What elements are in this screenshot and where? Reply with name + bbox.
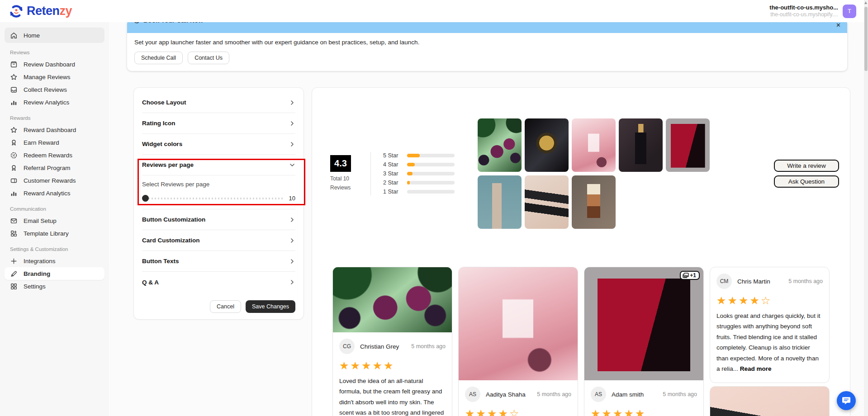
chevron-right-icon (289, 279, 295, 285)
schedule-call-button[interactable]: Schedule Call (134, 52, 183, 64)
sidebar-item-template-library[interactable]: Template Library (5, 227, 104, 240)
review-date: 5 months ago (663, 391, 697, 397)
chevron-right-icon (289, 120, 295, 127)
accordion-reviews-per-page[interactable]: Reviews per page (142, 155, 295, 175)
scrollbar-up-arrow[interactable] (864, 1, 867, 4)
accordion-card-customization[interactable]: Card Customization (142, 230, 295, 251)
contact-us-button[interactable]: Contact Us (188, 52, 229, 64)
sidebar-item-email-setup[interactable]: Email Setup (5, 214, 104, 227)
medal-icon (10, 139, 18, 147)
reviews-grid: CG Christian Grey 5 months ago ★★★★★ Lov… (323, 267, 839, 416)
write-review-button[interactable]: Write a review (774, 160, 839, 172)
product-thumbnail-watch[interactable] (525, 118, 569, 172)
sidebar-item-settings[interactable]: Settings (5, 280, 104, 293)
sidebar-item-manage-reviews[interactable]: Manage Reviews (5, 71, 104, 83)
bar-chart-icon (10, 189, 18, 197)
average-rating: 4.3 (330, 155, 351, 172)
cancel-button[interactable]: Cancel (210, 300, 241, 313)
product-thumbnail-water-bottle[interactable] (478, 175, 522, 229)
banner-title: ⓘ Book Your Call Now (133, 22, 204, 24)
save-changes-button[interactable]: Save Changes (246, 300, 295, 313)
product-thumbnail-rose-wine[interactable] (572, 118, 616, 172)
book-call-banner: ⓘ Book Your Call Now ✕ Set your app laun… (127, 22, 847, 71)
sidebar-item-reward-dashboard[interactable]: Reward Dashboard (5, 123, 104, 136)
home-icon (10, 32, 18, 39)
avatar: AS (465, 387, 480, 402)
plus-icon (10, 257, 18, 265)
read-more-link[interactable]: Read more (740, 365, 772, 372)
reviewer-name: Chris Martin (737, 278, 783, 285)
reviews-per-page-slider[interactable] (142, 195, 284, 202)
review-image-cosmetics[interactable] (333, 267, 452, 332)
sidebar-item-customer-rewards[interactable]: Customer Rewards (5, 174, 104, 187)
product-thumbnail-perfume[interactable] (619, 118, 663, 172)
reviews-per-page-panel: Select Reviews per page 10 (142, 175, 295, 209)
star-rating: ★★★★★ (339, 360, 446, 371)
slider-track[interactable] (142, 198, 284, 199)
star-rating: ★★★★☆ (465, 408, 571, 416)
product-thumbnail-cosmetics[interactable] (478, 118, 522, 172)
ask-question-button[interactable]: Ask Question (774, 175, 839, 188)
banner-description: Set your app launcher faster and smoothe… (134, 39, 840, 46)
chevron-right-icon (289, 237, 295, 244)
accordion-rating-icon[interactable]: Rating Icon (142, 113, 295, 134)
sidebar-section-settings-customization: Settings & Customization (10, 246, 99, 252)
sidebar-item-integrations[interactable]: Integrations (5, 255, 104, 267)
star-icon (10, 73, 18, 81)
reviewer-name: Aaditya Shaha (486, 391, 531, 398)
sidebar-item-earn-reward[interactable]: Earn Reward (5, 136, 104, 149)
accordion-widget-colors[interactable]: Widget colors (142, 134, 295, 155)
chat-launcher-button[interactable] (837, 391, 856, 410)
product-thumbnail-coffee[interactable] (572, 175, 616, 229)
main-content: ⓘ Book Your Call Now ✕ Set your app laun… (109, 22, 868, 416)
sidebar-item-review-dashboard[interactable]: Review Dashboard (5, 58, 104, 71)
sidebar-item-reward-analytics[interactable]: Reward Analytics (5, 187, 104, 199)
accordion-q-and-a[interactable]: Q & A (142, 272, 295, 293)
more-photos-badge[interactable]: +1 (680, 271, 700, 280)
chevron-down-icon (289, 162, 295, 168)
sidebar-item-redeem-rewards[interactable]: Redeem Rewards (5, 149, 104, 161)
review-image-wine-flyer[interactable]: +1 (584, 267, 703, 380)
brush-icon (10, 270, 18, 278)
sidebar-item-review-analytics[interactable]: Review Analytics (5, 96, 104, 109)
bar-chart-icon (10, 99, 18, 106)
banner-header: ⓘ Book Your Call Now ✕ (127, 22, 847, 33)
grid-plus-icon (10, 230, 18, 237)
star-rating: ★★★★☆ (716, 295, 823, 306)
review-image-rose-wine[interactable] (459, 267, 578, 380)
close-icon[interactable]: ✕ (836, 22, 841, 28)
reviewer-name: Christian Grey (360, 343, 406, 350)
percent-circle-icon (10, 151, 18, 159)
dist-row-2-star: 2 Star (383, 179, 455, 186)
review-card-christian-grey: CG Christian Grey 5 months ago ★★★★★ Lov… (332, 267, 452, 416)
grid-icon (10, 283, 18, 290)
product-thumbnail-wine-flyer[interactable] (666, 118, 710, 172)
total-reviews: Total 10 Reviews (330, 175, 358, 192)
medal-icon (10, 164, 18, 172)
avatar: AS (591, 387, 606, 402)
retenzy-logo-icon (9, 4, 24, 19)
sidebar-item-home[interactable]: Home (5, 28, 104, 43)
chat-icon (841, 396, 851, 406)
sidebar-item-collect-reviews[interactable]: Collect Reviews (5, 83, 104, 96)
user-avatar[interactable]: T (843, 5, 856, 18)
inbox-icon (10, 86, 18, 94)
sidebar-item-branding[interactable]: Branding (5, 267, 104, 280)
product-thumbnail-foundation[interactable] (525, 175, 569, 229)
accordion-button-texts[interactable]: Button Texts (142, 251, 295, 272)
accordion-choose-layout[interactable]: Choose Layout (142, 92, 295, 113)
slider-thumb[interactable] (142, 195, 149, 202)
divider (370, 152, 371, 195)
sidebar-section-communication: Communication (10, 206, 99, 212)
photos-icon (683, 273, 689, 278)
retenzy-logo[interactable]: Retenzy (9, 4, 72, 19)
scrollbar-thumb[interactable] (864, 7, 868, 71)
review-photo-gallery (478, 118, 710, 229)
accordion-button-customization[interactable]: Button Customization (142, 209, 295, 230)
reviewer-name: Adam smith (612, 391, 657, 398)
page-scrollbar[interactable] (864, 0, 868, 416)
review-image-foundation-tubes[interactable] (710, 386, 830, 416)
rating-summary: 4.3 Total 10 Reviews (330, 155, 358, 192)
sidebar-item-referral-program[interactable]: Referral Program (5, 161, 104, 174)
review-card-aaditya-shaha: AS Aaditya Shaha 5 months ago ★★★★☆ (458, 267, 578, 416)
